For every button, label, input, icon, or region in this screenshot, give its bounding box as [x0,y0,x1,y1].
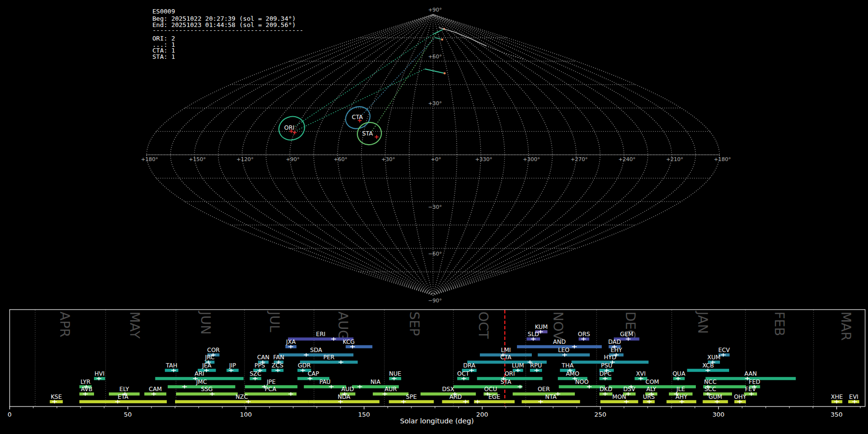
shower-label-LEO: LEO [558,347,570,353]
shower-label-ORS: ORS [578,331,590,338]
shower-label-XHE: XHE [831,393,843,400]
lon-tick-label: +330° [475,156,492,163]
radiant-label-STA: STA [362,130,373,137]
shower-label-GEM: GEM [620,331,633,338]
shower-label-DKD: DKD [599,386,612,393]
lon-tick-label: +240° [618,156,636,163]
shower-bar-DSX [420,393,476,395]
shower-bar-MON [600,400,638,403]
shower-label-XCB: XCB [702,362,714,369]
x-tick-label: 250 [595,411,607,418]
shower-label-EVI: EVI [849,393,858,400]
shower-label-ELY: ELY [120,386,130,393]
shower-label-GUM: GUM [708,393,722,400]
shower-label-HYD: HYD [604,354,616,361]
shower-label-EHY: EHY [610,347,623,353]
shower-label-AUD: AUD [341,386,354,393]
shower-label-NTA: NTA [545,393,557,400]
lat-tick-label: −60° [428,251,442,257]
shower-bar-PAU [304,385,346,388]
shower-label-PER: PER [323,354,334,361]
lat-tick-label: −30° [428,204,442,210]
shower-label-NCC: NCC [704,379,717,385]
shower-bar-SPE [389,400,434,403]
shower-label-CAM: CAM [149,386,162,393]
x-tick-label: 100 [240,411,252,418]
month-label-oct: OCT [476,312,491,339]
shower-label-DSV: DSV [623,386,636,393]
month-label-jul: JUL [267,311,282,332]
meteor-station-screen: +180°+150°+120°+90°+60°+30°+0°+330°+300°… [0,0,868,434]
shower-bar-ETA [80,400,167,403]
shower-bar-NDA [309,400,380,403]
shower-label-HVI: HVI [95,370,105,377]
month-label-feb: FEB [772,312,787,336]
shower-label-NZC: NZC [236,393,248,400]
shower-bar-NZC [175,400,309,403]
shower-label-AMO: AMO [566,370,579,377]
month-label-may: MAY [127,312,142,339]
shower-label-DRA: DRA [463,362,475,369]
shower-label-SLD: SLD [528,331,539,338]
shower-label-FEV: FEV [745,386,756,393]
lon-tick-label: +270° [570,156,588,163]
shower-bar-OER [513,393,575,395]
shower-label-SDA: SDA [310,347,323,353]
x-tick-label: 350 [831,411,843,418]
shower-label-NDA: NDA [338,393,351,400]
shower-label-QUA: QUA [673,370,686,377]
shower-label-OCT: OCT [457,370,470,377]
x-tick-label: 0 [8,411,12,418]
shower-label-LMI: LMI [501,347,511,353]
shower-label-EGE: EGE [488,393,500,400]
shower-label-CAN: CAN [257,354,270,361]
shower-label-NIA: NIA [370,379,381,385]
x-axis-title: Solar longitude (deg) [400,417,474,425]
shower-label-THA: THA [561,362,574,369]
x-tick-label: 50 [124,411,132,418]
shower-label-SPE: SPE [406,393,417,400]
shower-label-FAN: FAN [273,354,284,361]
shower-label-AHY: AHY [676,393,688,400]
shower-bar-NTA [522,400,580,403]
lon-tick-label: +210° [666,156,683,163]
shower-label-ETA: ETA [118,393,129,400]
shower-label-JMC: JMC [196,379,207,385]
shower-label-COM: COM [646,379,659,385]
shower-label-AND: AND [553,339,566,345]
shower-label-URS: URS [643,393,655,400]
shower-label-ALY: ALY [646,386,656,393]
lon-tick-label: +150° [189,156,206,163]
shower-bar-SSG [176,393,238,395]
shower-label-OCU: OCU [484,386,497,393]
shower-label-XUM: XUM [707,354,720,361]
shower-label-ORI: ORI [504,370,515,377]
shower-label-JPE: JPE [266,379,275,385]
shower-label-SZC: SZC [250,370,261,377]
month-label-jun: JUN [198,311,213,335]
month-label-sep: SEP [407,312,422,336]
shower-label-ECV: ECV [718,347,730,353]
shower-label-AVB: AVB [81,386,93,393]
month-label-mar: MAR [839,312,854,341]
shower-label-SSG: SSG [201,386,213,393]
track-end-point [444,72,446,74]
shower-label-NOO: NOO [575,379,589,385]
separator-line: ---------------------------------------- [152,27,303,34]
lat-tick-label: +30° [428,100,442,107]
shower-label-COR: COR [207,347,220,353]
shower-label-JXA: JXA [285,339,296,345]
shower-label-RPU: RPU [530,362,542,369]
shower-label-JIP: JIP [229,362,236,369]
shower-label-XVI: XVI [636,370,646,377]
shower-label-KCG: KCG [343,339,355,345]
shower-bar-NOO [559,385,605,388]
shower-label-DSX: DSX [442,386,454,393]
shower-label-LYR: LYR [81,379,91,385]
radiant-label-ORI: ORI [284,124,294,131]
month-label-apr: APR [57,312,72,338]
shower-bar-AUR [373,393,408,395]
lat-tick-label: +90° [428,7,442,13]
x-tick-label: 300 [713,411,725,418]
shower-label-JRC: JRC [204,354,215,361]
